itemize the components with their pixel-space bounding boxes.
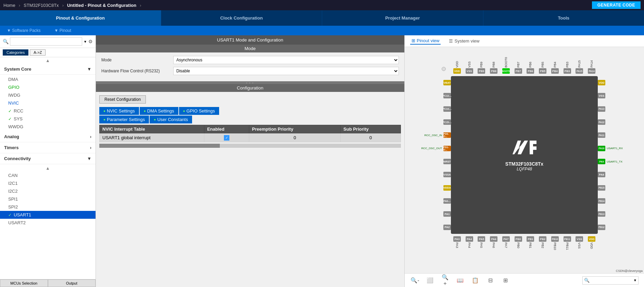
pin-box[interactable]: VDD — [588, 236, 595, 242]
pin-box[interactable]: VSS — [576, 236, 583, 242]
pin-box[interactable]: VSS — [598, 93, 605, 98]
pin-box[interactable]: PA2 — [443, 225, 451, 230]
pin-box[interactable]: VDD — [453, 68, 461, 74]
sidebar-item-usart2[interactable]: USART2 — [0, 219, 96, 227]
sidebar-item-can[interactable]: CAN — [0, 171, 96, 179]
tab-pinout-view[interactable]: ⊞ Pinout view — [410, 37, 441, 45]
tab-clock-configuration[interactable]: Clock Configuration — [161, 10, 323, 26]
pin-box[interactable]: PA7 — [502, 236, 510, 242]
pin-box[interactable]: PB13 — [598, 211, 605, 217]
pin-box[interactable]: VDDA — [443, 185, 451, 191]
gear-icon[interactable]: ⚙ — [88, 39, 93, 44]
pin-box[interactable]: PA11 — [598, 132, 605, 138]
sidebar-item-usart1[interactable]: ✓ USART1 — [0, 211, 96, 219]
section-analog[interactable]: Analog › — [0, 131, 96, 142]
sidebar-item-wwdg[interactable]: WWDG — [0, 123, 96, 131]
pin-box[interactable]: PC13-... — [443, 93, 451, 98]
resize-handle[interactable]: • • • — [96, 81, 404, 84]
pin-box[interactable]: PA12 — [598, 119, 605, 125]
pin-box[interactable]: PA3 — [453, 236, 461, 242]
tab-dma-settings[interactable]: ● DMA Settings — [140, 107, 178, 115]
layers-button[interactable]: 📋 — [470, 276, 480, 285]
tab-pinout-configuration[interactable]: Pinout & Configuration — [0, 10, 161, 26]
sidebar-item-iwdg[interactable]: IWDG — [0, 91, 96, 99]
pin-box[interactable]: PA8 — [598, 172, 605, 177]
pin-box[interactable]: PA4 — [466, 236, 473, 242]
search-input[interactable] — [10, 37, 82, 46]
pin-box[interactable]: PA5 — [478, 236, 485, 242]
breadcrumb-mcu[interactable]: STM32F103C8Tx — [24, 3, 59, 8]
pin-box[interactable]: VSS — [466, 68, 473, 74]
scroll-mid-arrow[interactable]: ▲ — [0, 165, 96, 171]
pin-box[interactable]: PD1-O... — [443, 146, 451, 151]
table-button[interactable]: ⊞ — [501, 276, 510, 285]
sidebar-item-spi1[interactable]: SPI1 — [0, 195, 96, 203]
sidebar-item-i2c2[interactable]: I2C2 — [0, 187, 96, 195]
tab-output[interactable]: Output — [48, 279, 96, 287]
pin-box[interactable]: PC14-... — [443, 106, 451, 112]
tab-nvic-settings[interactable]: ● NVIC Settings — [99, 107, 139, 115]
sidebar-item-nvic[interactable]: NVIC — [0, 99, 96, 107]
pin-box[interactable]: PB4 — [551, 68, 559, 74]
pin-box[interactable]: PB11 — [564, 236, 571, 242]
pin-box[interactable]: PA14 — [588, 68, 595, 74]
tab-az[interactable]: A->Z — [30, 49, 46, 56]
generate-code-button[interactable]: GENERATE CODE — [592, 1, 641, 9]
pin-box[interactable]: PC15-... — [443, 119, 451, 125]
pin-box[interactable]: PB10 — [551, 236, 559, 242]
sidebar-item-sys[interactable]: ✓ SYS — [0, 115, 96, 123]
pin-box[interactable]: PB12 — [598, 225, 605, 230]
pin-box[interactable]: VSSA — [443, 172, 451, 177]
sidebar-item-spi2[interactable]: SPI2 — [0, 203, 96, 211]
tab-mcu-selection[interactable]: MCUs Selection — [0, 279, 48, 287]
checkbox-icon[interactable]: ✓ — [224, 135, 229, 141]
tab-tools[interactable]: Tools — [483, 10, 644, 26]
pin-box[interactable]: NRST — [443, 159, 451, 164]
split-button[interactable]: ⊟ — [485, 276, 495, 285]
sidebar-item-gpio[interactable]: GPIO — [0, 83, 96, 91]
pin-box[interactable]: PA9 — [598, 159, 605, 164]
pin-box[interactable]: PB9 — [478, 68, 485, 74]
pin-box[interactable]: PB5 — [539, 68, 546, 74]
pin-box[interactable]: PA0-... — [443, 198, 451, 204]
pin-box[interactable]: PB6 — [527, 68, 534, 74]
pin-box[interactable]: BOOT0 — [502, 68, 510, 74]
pin-box[interactable]: PB14 — [598, 198, 605, 204]
pin-box[interactable]: PA10 — [598, 146, 605, 151]
scroll-up-arrow[interactable]: ▲ — [0, 57, 96, 64]
toolbar-search-input[interactable] — [591, 278, 632, 283]
pin-box[interactable]: PB7 — [515, 68, 522, 74]
pin-box[interactable]: PB1 — [527, 236, 534, 242]
pin-box[interactable]: PB0 — [515, 236, 522, 242]
pin-box[interactable]: VDD — [598, 80, 605, 85]
subtab-pinout[interactable]: ▼ Pinout — [54, 28, 71, 33]
mode-select-0[interactable]: Asynchronous Disable Synchronous — [173, 56, 399, 64]
pin-box[interactable]: PB15 — [598, 185, 605, 191]
zoom-out-button[interactable]: 🔍- — [410, 276, 420, 285]
section-connectivity[interactable]: Connectivity ▼ — [0, 153, 96, 164]
sidebar-item-rcc[interactable]: ✓ RCC — [0, 107, 96, 115]
tab-parameter-settings[interactable]: ● Parameter Settings — [99, 116, 149, 123]
reset-configuration-button[interactable]: Reset Configuration — [99, 95, 146, 104]
scrollbar-thumb[interactable] — [99, 144, 220, 148]
pin-box[interactable]: PA6 — [490, 236, 497, 242]
sidebar-item-i2c1[interactable]: I2C1 — [0, 179, 96, 187]
sidebar-item-dma[interactable]: DMA — [0, 75, 96, 83]
zoom-in-button[interactable]: 🔍+ — [440, 276, 450, 285]
section-system-core[interactable]: System Core ▼ — [0, 64, 96, 75]
pin-box[interactable]: PB8 — [490, 68, 497, 74]
mode-select-1[interactable]: Disable CTS Only RTS Only — [173, 67, 399, 75]
enabled-cell[interactable]: ✓ — [204, 133, 249, 142]
pin-box[interactable]: VBAT — [443, 80, 451, 85]
tab-project-manager[interactable]: Project Manager — [322, 10, 483, 26]
dropdown-arrow-icon[interactable]: ▼ — [632, 278, 638, 282]
pin-box[interactable]: PD0-O... — [443, 132, 451, 138]
left-panel-scroll[interactable]: ▲ System Core ▼ DMA GPIO IWDG NVIC — [0, 57, 96, 279]
book-button[interactable]: 📖 — [455, 276, 465, 285]
breadcrumb-home[interactable]: Home — [3, 3, 15, 8]
tab-gpio-settings[interactable]: ● GPIO Settings — [179, 107, 219, 115]
section-timers[interactable]: Timers › — [0, 142, 96, 153]
pin-box[interactable]: PA15 — [576, 68, 583, 74]
tab-user-constants[interactable]: ● User Constants — [150, 116, 192, 123]
pin-box[interactable]: PB2 — [539, 236, 546, 242]
